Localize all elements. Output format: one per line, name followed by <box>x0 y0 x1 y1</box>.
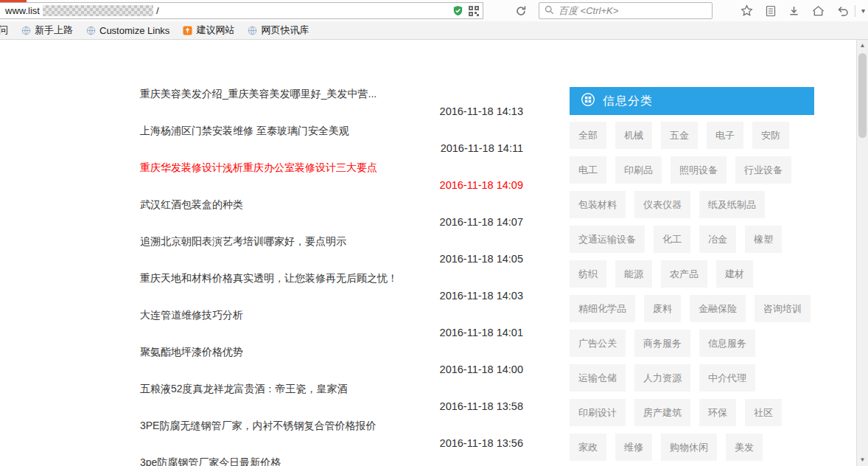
bookmarks-menu-icon[interactable] <box>766 5 776 17</box>
search-input[interactable]: 百度 <Ctrl+K> <box>539 2 713 19</box>
article-row: 五粮液52度真龙祥龙富贵酒：帝王瓷，皇家酒2016-11-18 13:58 <box>140 378 523 414</box>
button-separator <box>855 5 855 17</box>
category-button[interactable]: 维修 <box>615 434 652 461</box>
category-button[interactable]: 咨询培训 <box>755 295 811 322</box>
refresh-button[interactable] <box>511 2 531 19</box>
dropdown-caret-icon[interactable]: ▾ <box>861 7 865 15</box>
category-button[interactable]: 信息服务 <box>699 330 755 357</box>
security-shield-icon[interactable] <box>452 5 463 16</box>
scroll-down-arrow[interactable]: ▼ <box>857 454 868 466</box>
article-title-link[interactable]: 重庆天地和材料价格真实透明，让您装修再无后顾之忧！ <box>140 270 398 286</box>
category-button[interactable]: 美发 <box>726 434 763 461</box>
category-button[interactable]: 环保 <box>699 399 736 426</box>
article-row: 上海杨浦区门禁安装维修 至泰玻璃门安全美观2016-11-18 14:11 <box>140 119 523 156</box>
category-button[interactable]: 房产建筑 <box>634 399 690 426</box>
category-button[interactable]: 家政 <box>570 434 606 461</box>
article-timestamp: 2016-11-18 14:11 <box>441 141 523 156</box>
category-button[interactable]: 电工 <box>570 156 606 184</box>
toolbar-buttons: ▾ <box>741 1 865 20</box>
article-title-link[interactable]: 重庆华发装修设计浅析重庆办公室装修设计三大要点 <box>140 159 377 175</box>
category-button[interactable]: 行业设备 <box>735 156 791 184</box>
scroll-up-arrow[interactable]: ▲ <box>857 40 868 52</box>
category-button[interactable]: 精细化学品 <box>570 295 635 322</box>
bookmark-label: 网页快讯库 <box>261 24 309 37</box>
qr-code-icon[interactable] <box>469 6 479 16</box>
search-placeholder: 百度 <Ctrl+K> <box>559 4 618 18</box>
article-title-link[interactable]: 聚氨酯地坪漆价格优势 <box>140 344 243 360</box>
article-row: 聚氨酯地坪漆价格优势2016-11-18 14:00 <box>140 341 523 378</box>
bookmark-item[interactable]: 新手上路 <box>21 24 73 37</box>
url-text-suffix: / <box>156 5 159 16</box>
url-text: www.list <box>5 5 40 16</box>
article-title-link[interactable]: 上海杨浦区门禁安装维修 至泰玻璃门安全美观 <box>140 122 349 139</box>
bookmark-item[interactable]: 建议网站 <box>183 24 234 37</box>
home-icon[interactable] <box>812 5 825 16</box>
category-button[interactable]: 金融保险 <box>690 295 746 322</box>
bookmarks-bar: 问 新手上路Customize Links建议网站网页快讯库 <box>0 21 868 40</box>
category-button[interactable]: 冶金 <box>699 226 736 253</box>
category-button[interactable]: 五金 <box>661 122 698 149</box>
category-button[interactable]: 机械 <box>615 122 652 149</box>
category-button[interactable]: 人力资源 <box>634 364 690 392</box>
category-button[interactable]: 印刷设计 <box>570 399 626 426</box>
article-row: 大连管道维修技巧分析2016-11-18 14:01 <box>140 304 523 341</box>
article-title-link[interactable]: 3PE防腐无缝钢管厂家，内衬不锈钢复合管价格报价 <box>140 417 376 434</box>
article-list: 重庆美容美发介绍_重庆美容美发哪里好_美发中营...2016-11-18 14:… <box>140 83 523 466</box>
category-button[interactable]: 建材 <box>716 260 753 288</box>
article-row: 重庆天地和材料价格真实透明，让您装修再无后顾之忧！2016-11-18 14:0… <box>140 267 523 304</box>
page-scrollbar[interactable]: ▲ ▼ <box>856 40 868 466</box>
bookmark-label: Customize Links <box>99 25 169 36</box>
category-button[interactable]: 纺织 <box>570 260 606 288</box>
category-button[interactable]: 纸及纸制品 <box>699 191 765 218</box>
globe-icon <box>21 26 31 35</box>
category-button[interactable]: 中介代理 <box>699 364 755 392</box>
category-sidebar: 信息分类 全部机械五金电子安防电工印刷品照明设备行业设备包装材料仪表仪器纸及纸制… <box>570 87 814 466</box>
category-button[interactable]: 全部 <box>570 122 606 149</box>
category-grid-icon <box>581 92 595 110</box>
bookmark-item[interactable]: 网页快讯库 <box>248 24 309 37</box>
article-timestamp: 2016-11-18 14:00 <box>440 362 523 377</box>
category-button[interactable]: 能源 <box>615 260 652 288</box>
category-button[interactable]: 包装材料 <box>570 191 626 218</box>
article-title-link[interactable]: 重庆美容美发介绍_重庆美容美发哪里好_美发中营... <box>140 86 377 102</box>
webpage-content: 重庆美容美发介绍_重庆美容美发哪里好_美发中营...2016-11-18 14:… <box>0 40 856 466</box>
article-title-link[interactable]: 大连管道维修技巧分析 <box>140 307 243 323</box>
bookmark-item[interactable]: Customize Links <box>86 25 169 36</box>
category-button[interactable]: 电子 <box>707 122 743 149</box>
article-timestamp: 2016-11-18 14:13 <box>440 104 523 119</box>
bookmark-label: 新手上路 <box>35 24 73 37</box>
category-button[interactable]: 化工 <box>654 226 690 253</box>
category-button[interactable]: 印刷品 <box>615 156 662 184</box>
bookmark-star-icon[interactable] <box>741 4 753 17</box>
article-title-link[interactable]: 追溯北京朝阳表演艺考培训哪家好，要点明示 <box>140 233 346 249</box>
category-button[interactable]: 农产品 <box>661 260 707 288</box>
article-row: 3pe防腐钢管厂家今日最新价格 <box>140 451 523 466</box>
category-button[interactable]: 橡塑 <box>745 226 782 253</box>
category-button[interactable]: 购物休闲 <box>661 434 717 461</box>
scrollbar-thumb[interactable] <box>858 53 867 138</box>
article-timestamp: 2016-11-18 14:09 <box>440 178 523 192</box>
globe-icon <box>86 26 96 35</box>
address-bar[interactable]: www.list / <box>0 2 483 19</box>
category-grid: 全部机械五金电子安防电工印刷品照明设备行业设备包装材料仪表仪器纸及纸制品交通运输… <box>570 122 814 466</box>
article-title-link[interactable]: 武汉红酒包装盒的种类 <box>140 196 243 212</box>
category-button[interactable]: 社区 <box>745 399 782 426</box>
category-button[interactable]: 交通运输设备 <box>570 226 645 253</box>
category-button[interactable]: 商务服务 <box>634 330 690 357</box>
downloads-icon[interactable] <box>788 5 799 16</box>
category-button[interactable]: 照明设备 <box>671 156 727 184</box>
search-icon <box>545 4 554 18</box>
article-row: 3PE防腐无缝钢管厂家，内衬不锈钢复合管价格报价2016-11-18 13:56 <box>140 414 523 451</box>
undo-icon[interactable] <box>837 6 849 16</box>
article-title-link[interactable]: 五粮液52度真龙祥龙富贵酒：帝王瓷，皇家酒 <box>140 380 348 397</box>
category-button[interactable]: 仪表仪器 <box>634 191 690 218</box>
article-timestamp: 2016-11-18 13:56 <box>440 436 523 451</box>
article-title-link[interactable]: 3pe防腐钢管厂家今日最新价格 <box>140 454 281 466</box>
category-button[interactable]: 广告公关 <box>570 330 626 357</box>
article-row: 重庆华发装修设计浅析重庆办公室装修设计三大要点2016-11-18 14:09 <box>140 156 523 193</box>
category-button[interactable]: 安防 <box>752 122 789 149</box>
category-button[interactable]: 废料 <box>644 295 681 322</box>
bookmark-item-clipped[interactable]: 问 <box>0 24 8 37</box>
category-button[interactable]: 运输仓储 <box>570 364 626 392</box>
article-timestamp: 2016-11-18 14:03 <box>440 288 523 303</box>
